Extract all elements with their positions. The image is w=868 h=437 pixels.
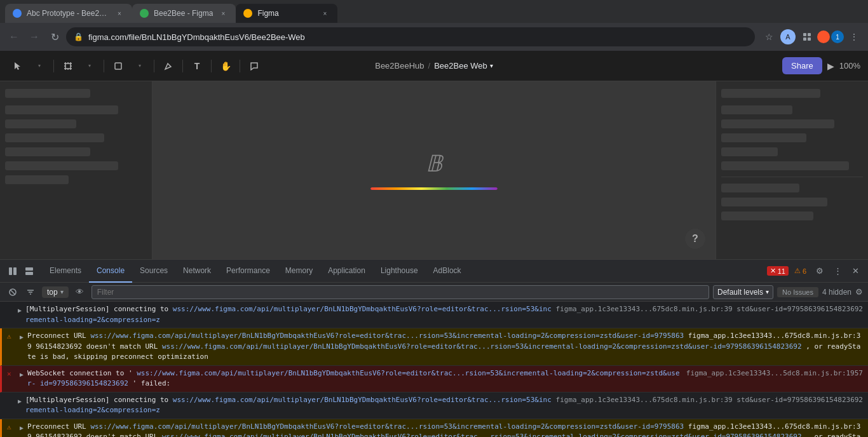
tab-lighthouse[interactable]: Lighthouse	[373, 260, 426, 283]
figma-tools-left: ▾ ▾ ▾ T ✋	[8, 56, 264, 76]
console-right-area: 4 hidden ⚙	[822, 287, 863, 297]
panel-row-6	[5, 161, 118, 170]
hand-tool[interactable]: ✋	[215, 56, 236, 76]
warn-triangle-icon: ⚠	[794, 267, 801, 275]
settings-button[interactable]: ⋮	[845, 28, 863, 46]
msg-1-source[interactable]: figma_app.1c3ee13343...675dc8.min.js.br:…	[556, 304, 863, 315]
warn-badge[interactable]: ⚠ 6	[791, 266, 810, 276]
svg-rect-3	[808, 37, 811, 41]
visibility-toggle[interactable]: 👁	[72, 285, 88, 300]
text-tool[interactable]: T	[187, 56, 207, 76]
tab-performance[interactable]: Performance	[219, 260, 278, 283]
tab-elements[interactable]: Elements	[42, 260, 89, 283]
tab-1-close[interactable]: ×	[114, 8, 125, 18]
zoom-level: 100%	[839, 61, 860, 71]
msg-2-link1[interactable]: wss://www.figma.com/api/multiplayer/BnLN…	[90, 332, 684, 340]
msg-4-text: [MultiplayerSession] connecting to wss:/…	[25, 395, 553, 416]
clear-console-button[interactable]	[5, 285, 20, 300]
panel-row-5	[5, 147, 90, 156]
extensions-button[interactable]	[798, 28, 816, 46]
svg-rect-20	[13, 267, 17, 275]
right-panel-row-9	[721, 212, 813, 220]
error-badge[interactable]: ✕ 11	[767, 266, 789, 276]
svg-rect-2	[803, 37, 806, 41]
browser-chrome: Abc Prototype - Bee2Bee - N... × Bee2Bee…	[0, 0, 868, 51]
msg-4-link[interactable]: wss://www.figma.com/api/multiplayer/BnLN…	[25, 396, 552, 415]
dock-bottom-toggle[interactable]	[22, 264, 37, 279]
back-button[interactable]: ←	[5, 28, 23, 46]
context-label: top	[47, 288, 58, 297]
move-tool[interactable]	[8, 56, 28, 76]
move-tool-chevron[interactable]: ▾	[29, 56, 50, 76]
shape-tool[interactable]	[108, 56, 128, 76]
tool-separator-6	[240, 60, 240, 72]
console-filter-input[interactable]	[92, 285, 709, 299]
dock-toggle[interactable]	[5, 264, 20, 279]
help-button[interactable]: ?	[685, 229, 705, 249]
tool-separator-3	[154, 60, 154, 72]
figma-right-toolbar: Share ▶ 100%	[782, 57, 860, 74]
left-panel	[0, 81, 153, 259]
devtools-close-button[interactable]: ✕	[848, 264, 863, 279]
msg-3-source[interactable]: figma_app.1c3ee13343...5dc8.min.js.br:19…	[686, 368, 863, 379]
msg-1-link[interactable]: wss://www.figma.com/api/multiplayer/BnLN…	[25, 305, 552, 324]
context-chevron-icon: ▾	[60, 288, 64, 295]
tab-console[interactable]: Console	[89, 260, 132, 283]
frame-tool-chevron[interactable]: ▾	[79, 56, 100, 76]
msg-3-link[interactable]: wss://www.figma.com/api/multiplayer/BnLN…	[27, 369, 680, 388]
comment-tool[interactable]	[244, 56, 264, 76]
console-output: ▶ [MultiplayerSession] connecting to wss…	[0, 302, 868, 437]
figma-canvas: 𝔹 ?	[0, 81, 868, 259]
figma-center-area: Bee2BeeHub / Bee2Bee Web ▾	[375, 61, 493, 71]
panel-row-3	[5, 119, 76, 128]
progress-bar-rainbow	[370, 187, 498, 190]
tab-network[interactable]: Network	[175, 260, 219, 283]
breadcrumb-separator: /	[428, 61, 431, 71]
shape-tool-chevron[interactable]: ▾	[130, 56, 150, 76]
reload-button[interactable]: ↻	[46, 28, 64, 46]
tab-2[interactable]: Bee2Bee - Figma ×	[132, 4, 236, 23]
tab-2-close[interactable]: ×	[218, 8, 228, 18]
bookmark-button[interactable]: ☆	[760, 28, 778, 46]
pen-tool[interactable]	[158, 56, 179, 76]
devtools-tabs: Elements Console Sources Network Perform…	[42, 260, 767, 283]
tab-3-close[interactable]: ×	[320, 8, 330, 18]
frame-tool[interactable]	[58, 56, 78, 76]
share-button[interactable]: Share	[782, 57, 822, 74]
devtools-more-button[interactable]: ⋮	[830, 264, 845, 279]
tab-memory[interactable]: Memory	[278, 260, 320, 283]
play-icon[interactable]: ▶	[827, 61, 834, 71]
profile-button[interactable]: A	[779, 28, 797, 46]
msg-5-link1[interactable]: wss://www.figma.com/api/multiplayer/BnLN…	[90, 422, 684, 431]
warn-count: 6	[803, 267, 806, 275]
breadcrumb-current[interactable]: Bee2Bee Web ▾	[434, 61, 493, 71]
devtools: Elements Console Sources Network Perform…	[0, 259, 868, 437]
tab-application[interactable]: Application	[320, 260, 373, 283]
tab-3[interactable]: Figma ×	[236, 4, 337, 23]
right-panel-row-4	[721, 133, 806, 142]
tab-elements-label: Elements	[50, 266, 81, 275]
tab-sources[interactable]: Sources	[132, 260, 175, 283]
address-bar[interactable]: 🔒 figma.com/file/BnLN1bBgYDmbqakthEusV6/…	[66, 27, 755, 46]
svg-rect-0	[803, 33, 806, 36]
devtools-settings-button[interactable]: ⚙	[812, 264, 827, 279]
console-left-tools	[5, 285, 38, 300]
console-messages: ▶ [MultiplayerSession] connecting to wss…	[0, 302, 868, 437]
msg-2-link2[interactable]: wss://www.figma.com/api/multiplayer/BnLN…	[162, 342, 802, 351]
filter-toggle-button[interactable]	[23, 285, 38, 300]
log-levels-selector[interactable]: Default levels ▾	[713, 285, 773, 299]
msg-2-arrow: ▶	[20, 332, 24, 342]
svg-rect-18	[115, 63, 121, 69]
devtools-header: Elements Console Sources Network Perform…	[0, 260, 868, 283]
msg-5-link2[interactable]: wss://www.figma.com/api/multiplayer/BnLN…	[162, 433, 802, 437]
msg-5-warn-icon: ⚠	[7, 422, 11, 433]
figma-toolbar: ▾ ▾ ▾ T ✋ Bee2BeeHub / Bee2Bee Web ▾	[0, 51, 868, 81]
tab-1[interactable]: Abc Prototype - Bee2Bee - N... ×	[5, 4, 132, 23]
forward-button[interactable]: →	[25, 28, 43, 46]
tab-adblock[interactable]: AdBlock	[426, 260, 469, 283]
msg-1-arrow: ▶	[18, 306, 22, 315]
svg-rect-21	[25, 267, 33, 271]
msg-4-source[interactable]: figma_app.1c3ee13343...675dc8.min.js.br:…	[556, 395, 863, 406]
context-selector[interactable]: top ▾	[42, 286, 69, 298]
console-settings-icon[interactable]: ⚙	[855, 287, 863, 297]
